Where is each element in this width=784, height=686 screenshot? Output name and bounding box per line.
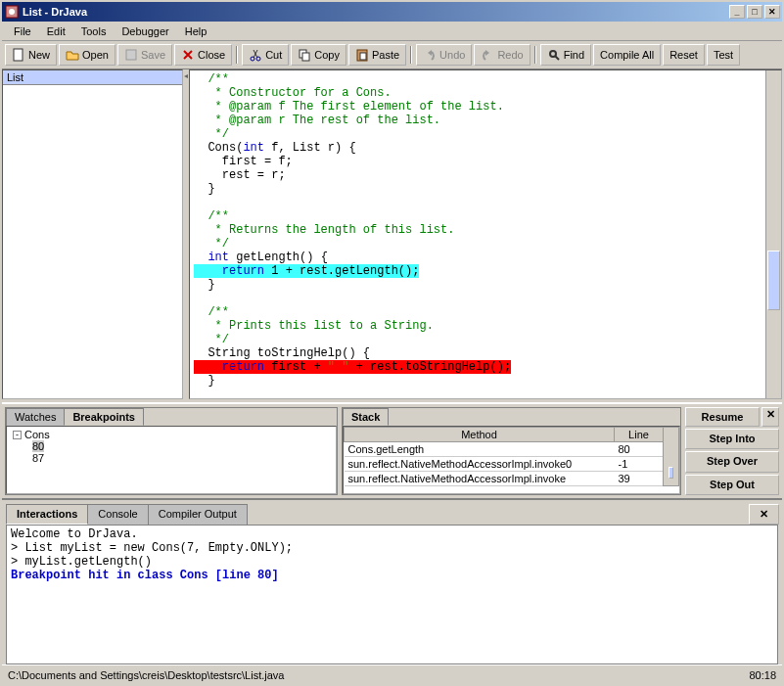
redo-icon bbox=[481, 48, 494, 62]
close-debug-button[interactable]: ✕ bbox=[761, 407, 779, 427]
breakpoints-tree[interactable]: -Cons 80 87 bbox=[6, 426, 337, 494]
redo-button[interactable]: Redo bbox=[474, 44, 530, 66]
code-content[interactable]: /** * Constructor for a Cons. * @param f… bbox=[190, 70, 781, 389]
svg-rect-3 bbox=[126, 50, 136, 60]
undo-icon bbox=[423, 48, 437, 62]
app-window: List - DrJava _ □ ✕ File Edit Tools Debu… bbox=[0, 0, 784, 686]
close-icon bbox=[181, 48, 195, 62]
console-line: > List myList = new Cons(7, Empty.ONLY); bbox=[11, 541, 773, 555]
code-editor[interactable]: /** * Constructor for a Cons. * @param f… bbox=[189, 69, 782, 399]
tab-console[interactable]: Console bbox=[87, 504, 148, 525]
breakpoints-panel: Watches Breakpoints -Cons 80 87 bbox=[5, 407, 338, 495]
tab-watches[interactable]: Watches bbox=[6, 408, 65, 426]
tab-stack[interactable]: Stack bbox=[343, 408, 389, 426]
resume-button[interactable]: Resume bbox=[685, 407, 760, 427]
file-list[interactable]: List bbox=[2, 69, 183, 399]
file-list-item[interactable]: List bbox=[3, 70, 182, 85]
find-icon bbox=[547, 48, 561, 62]
stack-scrollbar[interactable] bbox=[664, 428, 679, 486]
stack-row[interactable]: sun.reflect.NativeMethodAccessorImpl.inv… bbox=[345, 472, 679, 486]
cut-icon bbox=[249, 48, 262, 62]
cut-button[interactable]: Cut bbox=[242, 44, 289, 66]
stack-panel: Stack Method Line Cons.getLength80 sun.r… bbox=[342, 407, 681, 495]
reset-button[interactable]: Reset bbox=[663, 44, 705, 66]
step-over-button[interactable]: Step Over bbox=[685, 451, 779, 472]
open-button[interactable]: Open bbox=[59, 44, 115, 66]
close-window-button[interactable]: ✕ bbox=[764, 5, 780, 19]
separator bbox=[236, 46, 238, 64]
maximize-button[interactable]: □ bbox=[747, 5, 762, 19]
find-button[interactable]: Find bbox=[540, 44, 591, 66]
minimize-button[interactable]: _ bbox=[729, 5, 745, 19]
menu-tools[interactable]: Tools bbox=[73, 23, 115, 39]
svg-line-11 bbox=[555, 56, 559, 60]
expand-icon[interactable]: - bbox=[13, 431, 22, 439]
step-out-button[interactable]: Step Out bbox=[685, 475, 779, 495]
toolbar: New Open Save Close Cut Copy Paste Undo … bbox=[2, 41, 782, 69]
separator bbox=[410, 46, 412, 64]
stack-header-line[interactable]: Line bbox=[615, 428, 664, 442]
console-line: Welcome to DrJava. bbox=[11, 527, 773, 541]
debug-controls: Resume ✕ Step Into Step Over Step Out bbox=[685, 407, 779, 495]
close-button[interactable]: Close bbox=[174, 44, 232, 66]
stack-table[interactable]: Method Line Cons.getLength80 sun.reflect… bbox=[343, 426, 680, 494]
interactions-panel: Interactions Console Compiler Output ✕ W… bbox=[2, 500, 782, 664]
status-path: C:\Documents and Settings\creis\Desktop\… bbox=[8, 669, 749, 681]
menubar: File Edit Tools Debugger Help bbox=[2, 22, 782, 41]
copy-icon bbox=[298, 48, 311, 62]
svg-point-1 bbox=[9, 9, 15, 15]
new-button[interactable]: New bbox=[5, 44, 57, 66]
paste-icon bbox=[355, 48, 369, 62]
svg-rect-2 bbox=[14, 49, 23, 61]
console-line: > myList.getLength() bbox=[11, 555, 773, 569]
tab-interactions[interactable]: Interactions bbox=[6, 504, 88, 525]
paste-button[interactable]: Paste bbox=[348, 44, 406, 66]
new-file-icon bbox=[12, 48, 25, 62]
svg-rect-7 bbox=[302, 53, 309, 61]
editor-scrollbar[interactable] bbox=[765, 70, 781, 398]
app-icon bbox=[4, 4, 20, 20]
tab-compiler-output[interactable]: Compiler Output bbox=[148, 504, 248, 525]
save-button[interactable]: Save bbox=[117, 44, 172, 66]
step-into-button[interactable]: Step Into bbox=[685, 429, 779, 449]
menu-help[interactable]: Help bbox=[177, 23, 215, 39]
tree-leaf[interactable]: 80 bbox=[9, 440, 334, 452]
close-interactions-button[interactable]: ✕ bbox=[749, 504, 779, 525]
stack-row[interactable]: sun.reflect.NativeMethodAccessorImpl.inv… bbox=[345, 457, 679, 472]
interactions-console[interactable]: Welcome to DrJava. > List myList = new C… bbox=[6, 525, 778, 664]
separator bbox=[534, 46, 536, 64]
console-breakpoint-line: Breakpoint hit in class Cons [line 80] bbox=[11, 569, 773, 582]
menu-edit[interactable]: Edit bbox=[39, 23, 73, 39]
debug-panel: Watches Breakpoints -Cons 80 87 Stack Me… bbox=[2, 402, 782, 500]
svg-rect-9 bbox=[360, 53, 366, 60]
svg-point-5 bbox=[256, 57, 260, 61]
compile-button[interactable]: Compile All bbox=[593, 44, 661, 66]
titlebar[interactable]: List - DrJava _ □ ✕ bbox=[2, 2, 782, 22]
copy-button[interactable]: Copy bbox=[291, 44, 346, 66]
window-title: List - DrJava bbox=[23, 6, 727, 18]
svg-point-4 bbox=[251, 57, 254, 61]
tree-leaf[interactable]: 87 bbox=[9, 452, 334, 464]
undo-button[interactable]: Undo bbox=[416, 44, 472, 66]
tab-breakpoints[interactable]: Breakpoints bbox=[64, 408, 144, 426]
tree-node[interactable]: -Cons bbox=[9, 429, 334, 440]
open-icon bbox=[66, 48, 79, 62]
scrollbar-thumb[interactable] bbox=[767, 251, 780, 309]
status-bar: C:\Documents and Settings\creis\Desktop\… bbox=[2, 664, 782, 684]
menu-file[interactable]: File bbox=[6, 23, 39, 39]
main-area: List /** * Constructor for a Cons. * @pa… bbox=[2, 69, 782, 664]
save-icon bbox=[124, 48, 138, 62]
stack-row[interactable]: Cons.getLength80 bbox=[345, 442, 679, 457]
stack-header-method[interactable]: Method bbox=[345, 428, 615, 442]
menu-debugger[interactable]: Debugger bbox=[114, 23, 176, 39]
test-button[interactable]: Test bbox=[707, 44, 740, 66]
status-position: 80:18 bbox=[749, 669, 776, 681]
